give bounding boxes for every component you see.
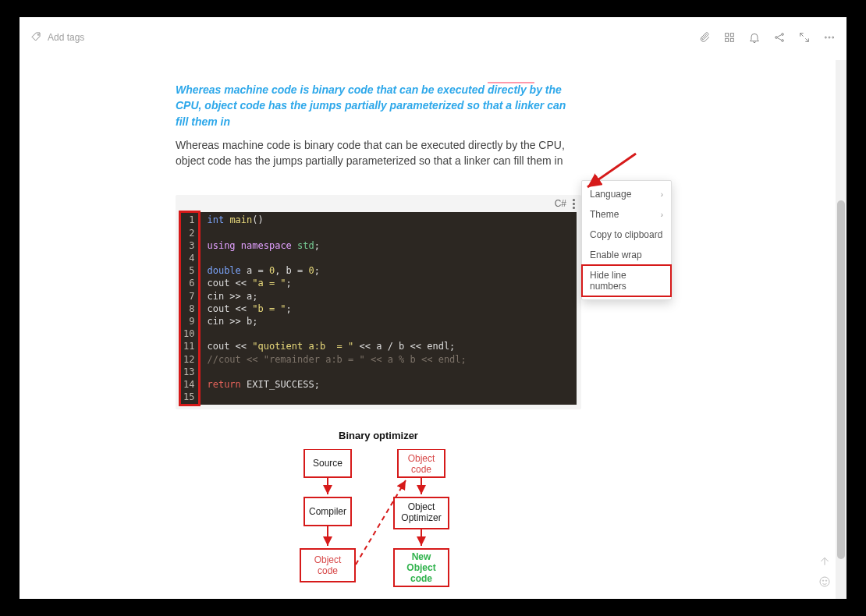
- grid-icon[interactable]: [723, 31, 736, 44]
- top-icons: [698, 31, 836, 44]
- svg-point-25: [825, 580, 826, 581]
- svg-point-7: [782, 40, 784, 42]
- line-number: 4: [183, 252, 194, 264]
- svg-point-6: [782, 34, 784, 36]
- diagram-box-objcode-l1: Object: [408, 453, 435, 464]
- code-block: C# 1 2 3 4 5 6 7: [176, 195, 581, 409]
- menu-hide-line-numbers[interactable]: Hide line numbers: [582, 265, 671, 296]
- line-number: 10: [183, 327, 194, 340]
- line-number: 8: [183, 303, 194, 315]
- line-number: 14: [183, 378, 194, 391]
- line-number: 3: [183, 239, 194, 252]
- svg-point-8: [825, 37, 826, 38]
- diagram-svg: Source Compiler Object code Object code: [281, 449, 476, 599]
- menu-language[interactable]: Language ›: [582, 184, 671, 204]
- svg-rect-3: [726, 38, 729, 41]
- diagram-box-optimizer-l1: Object: [408, 501, 435, 512]
- diagram-box-new-l1: New: [412, 551, 431, 562]
- content-inner: Whereas machine code is binary code that…: [176, 82, 768, 599]
- code-lines[interactable]: int main() using namespace std; double a…: [199, 212, 474, 405]
- smile-icon[interactable]: [818, 575, 831, 588]
- diagram-box-source: Source: [313, 458, 342, 469]
- line-number-gutter: 1 2 3 4 5 6 7 8 9 10 11 12 13: [180, 212, 199, 405]
- topbar: Add tags: [20, 17, 846, 58]
- diagram-box-compiler: Compiler: [309, 506, 346, 517]
- line-number: 6: [183, 277, 194, 289]
- menu-copy[interactable]: Copy to clipboard: [582, 225, 671, 245]
- diagram: Binary optimizer Source Compiler: [176, 430, 581, 599]
- svg-point-9: [829, 37, 830, 38]
- line-number: 2: [183, 227, 194, 239]
- menu-hide-ln-label: Hide line numbers: [590, 270, 663, 292]
- line-number: 1: [183, 214, 194, 226]
- add-tags-label: Add tags: [48, 32, 84, 43]
- diagram-box-new-l3: code: [410, 573, 432, 584]
- svg-point-23: [820, 577, 829, 586]
- svg-point-10: [832, 37, 834, 38]
- menu-copy-label: Copy to clipboard: [590, 229, 662, 240]
- scrollbar[interactable]: [836, 60, 846, 599]
- arrow-up-icon[interactable]: [818, 555, 831, 568]
- diagram-box-object-l2: code: [318, 565, 338, 576]
- code-language-label: C#: [555, 198, 566, 209]
- chevron-right-icon: ›: [661, 190, 663, 199]
- line-number: 15: [183, 391, 194, 403]
- scrollbar-thumb[interactable]: [837, 200, 845, 559]
- menu-language-label: Language: [590, 189, 631, 200]
- app-window: Add tags Whereas machine code is binary …: [20, 17, 846, 599]
- code-body: 1 2 3 4 5 6 7 8 9 10 11 12 13: [180, 212, 577, 405]
- code-header: C#: [176, 195, 581, 212]
- line-number: 9: [183, 315, 194, 327]
- pink-underline: [488, 82, 534, 83]
- share-icon[interactable]: [773, 31, 786, 44]
- line-number: 12: [183, 353, 194, 366]
- svg-rect-2: [730, 34, 733, 37]
- expand-icon[interactable]: [798, 31, 811, 44]
- line-number: 5: [183, 264, 194, 277]
- diagram-box-new-l2: Object: [406, 562, 435, 573]
- menu-wrap-label: Enable wrap: [590, 250, 642, 260]
- diagram-box-objcode-l2: code: [411, 464, 431, 475]
- svg-point-24: [822, 580, 823, 581]
- content-scroll[interactable]: Whereas machine code is binary code that…: [20, 60, 836, 599]
- code-menu-dropdown: Language › Theme › Copy to clipboard Ena…: [581, 180, 672, 300]
- code-menu-button[interactable]: [573, 199, 575, 209]
- quote-text: Whereas machine code is binary code that…: [176, 82, 581, 129]
- add-tags-button[interactable]: Add tags: [30, 31, 84, 44]
- svg-point-0: [37, 34, 38, 35]
- menu-theme[interactable]: Theme ›: [582, 204, 671, 225]
- chevron-right-icon: ›: [661, 211, 663, 219]
- line-number: 11: [183, 340, 194, 352]
- float-icons: [818, 555, 831, 588]
- line-number: 13: [183, 366, 194, 378]
- menu-theme-label: Theme: [590, 209, 619, 220]
- paragraph-text: Whereas machine code is binary code that…: [176, 137, 581, 169]
- svg-point-5: [775, 37, 778, 39]
- tag-icon: [30, 31, 43, 44]
- diagram-title: Binary optimizer: [176, 430, 581, 441]
- svg-rect-4: [730, 38, 733, 41]
- svg-rect-1: [726, 34, 729, 37]
- diagram-box-optimizer-l2: Optimizer: [401, 512, 441, 523]
- line-number: 7: [183, 290, 194, 303]
- more-icon[interactable]: [823, 31, 836, 44]
- diagram-box-object-l1: Object: [314, 554, 342, 565]
- menu-wrap[interactable]: Enable wrap: [582, 245, 671, 265]
- bell-icon[interactable]: [748, 31, 761, 44]
- attach-icon[interactable]: [698, 31, 711, 44]
